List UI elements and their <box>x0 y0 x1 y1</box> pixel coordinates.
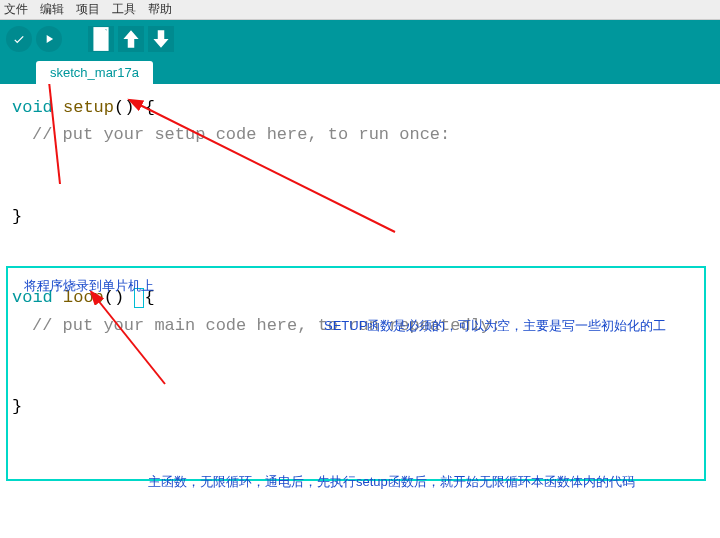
code-brace: } <box>12 203 708 230</box>
upload-button[interactable] <box>36 26 62 52</box>
file-icon <box>88 26 114 52</box>
code-keyword: void <box>12 98 63 117</box>
menu-tools[interactable]: 工具 <box>112 1 136 18</box>
menu-help[interactable]: 帮助 <box>148 1 172 18</box>
arrow-right-icon <box>42 32 56 46</box>
annotation-loop: 主函数，无限循环，通电后，先执行setup函数后，就开始无限循环本函数体内的代码 <box>148 472 635 493</box>
tab-label: sketch_mar17a <box>50 65 139 80</box>
tab-bar: sketch_mar17a <box>0 58 720 84</box>
arrow-down-icon <box>148 26 174 52</box>
tab-sketch[interactable]: sketch_mar17a <box>36 61 153 84</box>
menu-project[interactable]: 项目 <box>76 1 100 18</box>
arrow-up-icon <box>118 26 144 52</box>
code-fn-setup: setup <box>63 98 114 117</box>
annotation-setup: SETUP函数是必须的，可以为空，主要是写一些初始化的工 <box>324 316 666 337</box>
code-brace: } <box>12 393 708 420</box>
menu-edit[interactable]: 编辑 <box>40 1 64 18</box>
open-button[interactable] <box>118 26 144 52</box>
code-comment: // put your setup code here, to run once… <box>12 121 708 148</box>
toolbar <box>0 20 720 58</box>
code-text: () { <box>114 98 155 117</box>
new-button[interactable] <box>88 26 114 52</box>
code-editor[interactable]: void setup() { // put your setup code he… <box>0 84 720 538</box>
verify-button[interactable] <box>6 26 32 52</box>
check-icon <box>12 32 26 46</box>
menu-bar: 文件 编辑 项目 工具 帮助 <box>0 0 720 20</box>
annotation-upload: 将程序烧录到单片机上 <box>24 276 154 297</box>
save-button[interactable] <box>148 26 174 52</box>
menu-file[interactable]: 文件 <box>4 1 28 18</box>
